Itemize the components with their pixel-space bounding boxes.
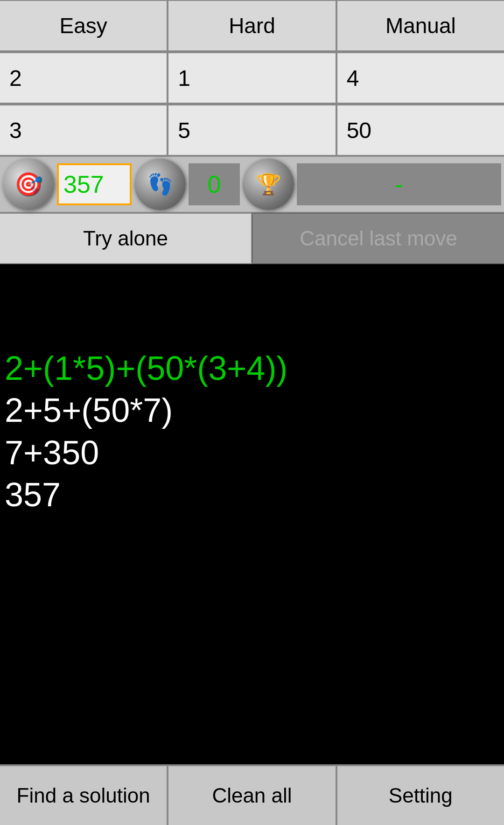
number-cell-4[interactable]: 3 [0,105,168,156]
score-display: - [297,163,501,205]
target-icon: 🎯 [14,171,42,197]
clean-all-button[interactable]: Clean all [168,765,336,825]
easy-button[interactable]: Easy [0,0,168,51]
difficulty-row: Easy Hard Manual [0,0,504,52]
number-cell-6[interactable]: 50 [336,105,504,156]
number-cell-3[interactable]: 4 [336,52,504,104]
numbers-row-2: 3 5 50 [0,105,504,157]
steps-count: 0 [189,163,240,205]
solution-line-3: 7+350 [5,433,499,473]
trophy-icon: 🏆 [256,172,281,196]
numbers-row-1: 2 1 4 [0,52,504,105]
find-solution-button[interactable]: Find a solution [0,765,168,825]
steps-ball-button[interactable]: 👣 [134,159,186,210]
solution-line-4: 357 [5,475,499,515]
controls-row: 🎯 👣 0 🏆 - [0,157,504,213]
number-cell-1[interactable]: 2 [0,52,168,104]
solution-line-1: 2+(1*5)+(50*(3+4)) [5,348,499,388]
target-input[interactable] [57,163,132,205]
action-row: Try alone Cancel last move [0,213,504,264]
number-cell-5[interactable]: 5 [168,105,336,156]
number-cell-2[interactable]: 1 [168,52,336,104]
try-alone-button[interactable]: Try alone [0,213,252,264]
hard-button[interactable]: Hard [168,0,336,51]
setting-button[interactable]: Setting [336,765,504,825]
bottom-row: Find a solution Clean all Setting [0,764,504,825]
manual-button[interactable]: Manual [336,0,504,51]
footprint-icon: 👣 [147,172,173,196]
cancel-last-move-button[interactable]: Cancel last move [252,213,504,264]
trophy-ball-button[interactable]: 🏆 [243,159,294,210]
solution-area: 2+(1*5)+(50*(3+4)) 2+5+(50*7) 7+350 357 [0,264,504,526]
target-ball-button[interactable]: 🎯 [3,159,54,210]
solution-line-2: 2+5+(50*7) [5,390,499,430]
